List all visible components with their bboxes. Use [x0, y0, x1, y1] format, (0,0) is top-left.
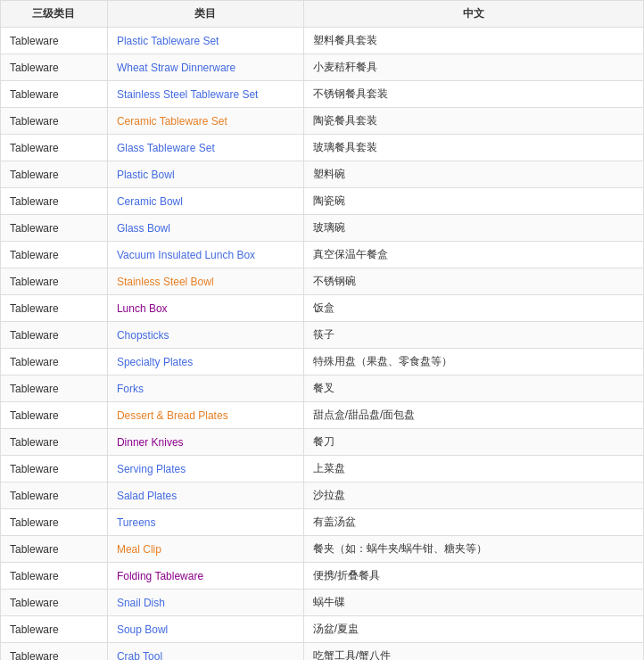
cell-l3: Tableware — [1, 28, 108, 54]
header-cat: 类目 — [107, 1, 303, 28]
cell-l3: Tableware — [1, 322, 108, 349]
table-row: TablewareDessert & Bread Plates甜点盒/甜品盘/面… — [1, 402, 644, 429]
cell-category[interactable]: Tureens — [107, 509, 303, 536]
cell-category[interactable]: Serving Plates — [107, 456, 303, 483]
cell-l3: Tableware — [1, 616, 108, 643]
cell-chinese: 餐刀 — [303, 429, 643, 456]
category-link[interactable]: Glass Tableware Set — [117, 142, 215, 154]
cell-chinese: 餐夹（如：蜗牛夹/蜗牛钳、糖夹等） — [303, 536, 643, 563]
cell-category[interactable]: Crab Tool — [107, 643, 303, 661]
category-link[interactable]: Crab Tool — [117, 650, 162, 661]
cell-l3: Tableware — [1, 108, 108, 135]
category-link[interactable]: Plastic Tableware Set — [117, 35, 219, 47]
category-link[interactable]: Plastic Bowl — [117, 169, 175, 181]
cell-category[interactable]: Lunch Box — [107, 295, 303, 322]
cell-category[interactable]: Dessert & Bread Plates — [107, 402, 303, 429]
table-row: TablewareMeal Clip餐夹（如：蜗牛夹/蜗牛钳、糖夹等） — [1, 536, 644, 563]
table-row: TablewareStainless Steel Bowl不锈钢碗 — [1, 268, 644, 295]
cell-category[interactable]: Chopsticks — [107, 322, 303, 349]
cell-category[interactable]: Ceramic Bowl — [107, 188, 303, 215]
cell-category[interactable]: Dinner Knives — [107, 429, 303, 456]
cell-chinese: 餐叉 — [303, 375, 643, 402]
category-link[interactable]: Tureens — [117, 516, 156, 529]
cell-l3: Tableware — [1, 590, 108, 616]
cell-chinese: 玻璃餐具套装 — [303, 135, 643, 161]
category-link[interactable]: Dinner Knives — [117, 436, 184, 449]
cell-category[interactable]: Wheat Straw Dinnerware — [107, 54, 303, 81]
table-row: TablewareSnail Dish蜗牛碟 — [1, 590, 644, 616]
category-link[interactable]: Folding Tableware — [117, 570, 203, 582]
cell-chinese: 甜点盒/甜品盘/面包盘 — [303, 402, 643, 429]
cell-l3: Tableware — [1, 375, 108, 402]
cell-l3: Tableware — [1, 429, 108, 456]
category-link[interactable]: Stainless Steel Tableware Set — [117, 88, 259, 101]
table-row: TablewarePlastic Bowl塑料碗 — [1, 161, 644, 188]
cell-category[interactable]: Glass Bowl — [107, 215, 303, 242]
category-link[interactable]: Lunch Box — [117, 302, 168, 315]
cell-l3: Tableware — [1, 456, 108, 483]
table-row: TablewareDinner Knives餐刀 — [1, 429, 644, 456]
cell-l3: Tableware — [1, 483, 108, 509]
cell-category[interactable]: Salad Plates — [107, 483, 303, 509]
cell-l3: Tableware — [1, 242, 108, 268]
cell-chinese: 塑料碗 — [303, 161, 643, 188]
cell-category[interactable]: Forks — [107, 375, 303, 402]
category-link[interactable]: Chopsticks — [117, 329, 169, 342]
table-row: TablewareWheat Straw Dinnerware小麦秸秆餐具 — [1, 54, 644, 81]
cell-category[interactable]: Specialty Plates — [107, 349, 303, 375]
category-link[interactable]: Ceramic Tableware Set — [117, 115, 227, 128]
cell-l3: Tableware — [1, 81, 108, 108]
category-link[interactable]: Snail Dish — [117, 597, 165, 609]
cell-category[interactable]: Folding Tableware — [107, 563, 303, 590]
category-link[interactable]: Ceramic Bowl — [117, 195, 183, 208]
table-row: TablewareCeramic Tableware Set陶瓷餐具套装 — [1, 108, 644, 135]
cell-category[interactable]: Meal Clip — [107, 536, 303, 563]
category-link[interactable]: Forks — [117, 383, 144, 395]
table-row: TablewareTureens有盖汤盆 — [1, 509, 644, 536]
cell-l3: Tableware — [1, 54, 108, 81]
cell-category[interactable]: Vacuum Insulated Lunch Box — [107, 242, 303, 268]
cell-category[interactable]: Stainless Steel Tableware Set — [107, 81, 303, 108]
category-link[interactable]: Dessert & Bread Plates — [117, 409, 228, 422]
category-link[interactable]: Meal Clip — [117, 543, 161, 556]
table-row: TablewareLunch Box饭盒 — [1, 295, 644, 322]
table-row: TablewareGlass Bowl玻璃碗 — [1, 215, 644, 242]
cell-chinese: 饭盒 — [303, 295, 643, 322]
cell-l3: Tableware — [1, 188, 108, 215]
cell-l3: Tableware — [1, 402, 108, 429]
header-l3: 三级类目 — [1, 1, 108, 28]
cell-category[interactable]: Stainless Steel Bowl — [107, 268, 303, 295]
category-link[interactable]: Salad Plates — [117, 490, 177, 502]
table-row: TablewareGlass Tableware Set玻璃餐具套装 — [1, 135, 644, 161]
table-row: TablewareSoup Bowl汤盆/夏盅 — [1, 616, 644, 643]
cell-l3: Tableware — [1, 563, 108, 590]
category-link[interactable]: Vacuum Insulated Lunch Box — [117, 249, 255, 261]
cell-l3: Tableware — [1, 135, 108, 161]
cell-l3: Tableware — [1, 536, 108, 563]
cell-category[interactable]: Plastic Bowl — [107, 161, 303, 188]
category-link[interactable]: Wheat Straw Dinnerware — [117, 62, 235, 74]
cell-l3: Tableware — [1, 643, 108, 661]
cell-chinese: 吃蟹工具/蟹八件 — [303, 643, 643, 661]
cell-category[interactable]: Ceramic Tableware Set — [107, 108, 303, 135]
category-link[interactable]: Soup Bowl — [117, 623, 168, 636]
cell-category[interactable]: Glass Tableware Set — [107, 135, 303, 161]
category-link[interactable]: Stainless Steel Bowl — [117, 276, 214, 288]
table-row: TablewareChopsticks筷子 — [1, 322, 644, 349]
cell-chinese: 陶瓷餐具套装 — [303, 108, 643, 135]
category-link[interactable]: Serving Plates — [117, 463, 186, 475]
cell-category[interactable]: Plastic Tableware Set — [107, 28, 303, 54]
category-link[interactable]: Glass Bowl — [117, 222, 170, 235]
cell-chinese: 汤盆/夏盅 — [303, 616, 643, 643]
cell-category[interactable]: Soup Bowl — [107, 616, 303, 643]
cell-chinese: 便携/折叠餐具 — [303, 563, 643, 590]
cell-category[interactable]: Snail Dish — [107, 590, 303, 616]
cell-chinese: 真空保温午餐盒 — [303, 242, 643, 268]
cell-chinese: 玻璃碗 — [303, 215, 643, 242]
cell-chinese: 有盖汤盆 — [303, 509, 643, 536]
category-link[interactable]: Specialty Plates — [117, 356, 193, 368]
table-row: TablewareSpecialty Plates特殊用盘（果盘、零食盘等） — [1, 349, 644, 375]
cell-chinese: 蜗牛碟 — [303, 590, 643, 616]
cell-chinese: 陶瓷碗 — [303, 188, 643, 215]
cell-l3: Tableware — [1, 349, 108, 375]
